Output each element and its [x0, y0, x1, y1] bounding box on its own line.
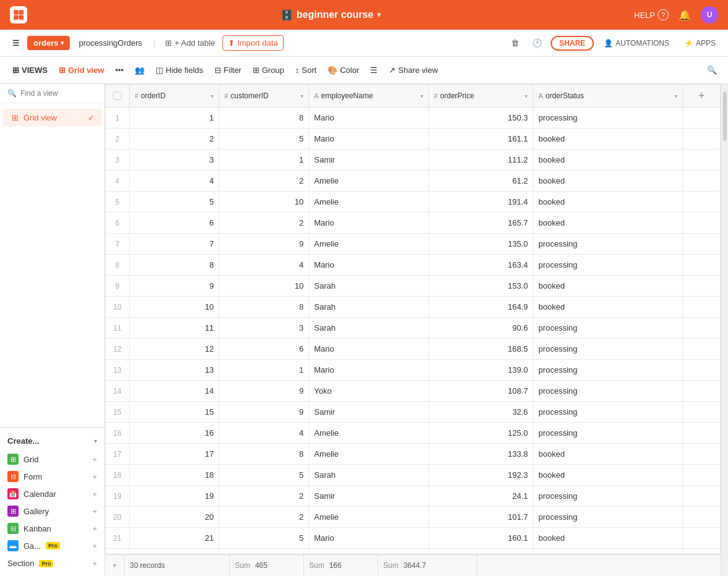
cell-orderprice-13[interactable]: 139.0 — [428, 360, 533, 381]
cell-orderstatus-15[interactable]: processing — [533, 402, 683, 423]
cell-customerid-19[interactable]: 2 — [219, 486, 308, 507]
cell-orderstatus-9[interactable]: booked — [533, 276, 683, 297]
cell-orderprice-11[interactable]: 90.6 — [428, 318, 533, 339]
row-checkbox-8[interactable]: 8 — [106, 255, 130, 276]
cell-orderstatus-8[interactable]: processing — [533, 255, 683, 276]
cell-orderstatus-11[interactable]: processing — [533, 318, 683, 339]
search-button[interactable]: 🔍 — [703, 62, 721, 79]
hide-fields-button[interactable]: ◫ Hide fields — [151, 62, 208, 78]
cell-customerid-3[interactable]: 1 — [219, 150, 308, 171]
more-options-button[interactable]: ••• — [110, 62, 129, 78]
cell-orderid-4[interactable]: 4 — [129, 171, 219, 192]
tab-processing-orders[interactable]: processingOrders — [72, 36, 148, 50]
cell-orderid-5[interactable]: 5 — [129, 192, 219, 213]
add-column-icon[interactable]: + — [698, 90, 705, 103]
row-checkbox-16[interactable]: 16 — [106, 423, 130, 444]
row-checkbox-19[interactable]: 19 — [106, 486, 130, 507]
cell-orderid-13[interactable]: 13 — [129, 360, 219, 381]
cell-orderid-3[interactable]: 3 — [129, 150, 219, 171]
cell-orderstatus-7[interactable]: processing — [533, 234, 683, 255]
filter-button[interactable]: ⊟ Filter — [210, 62, 247, 78]
row-checkbox-13[interactable]: 13 — [106, 360, 130, 381]
create-form-button[interactable]: ⊟ Form + — [0, 468, 104, 485]
employeename-sort-icon[interactable]: ▾ — [420, 93, 423, 100]
cell-orderprice-15[interactable]: 32.6 — [428, 402, 533, 423]
row-checkbox-9[interactable]: 9 — [106, 276, 130, 297]
cell-employeename-10[interactable]: Sarah — [309, 297, 429, 318]
cell-orderid-11[interactable]: 11 — [129, 318, 219, 339]
cell-employeename-3[interactable]: Samir — [309, 150, 429, 171]
trash-button[interactable]: 🗑 — [506, 35, 523, 52]
row-checkbox-12[interactable]: 12 — [106, 339, 130, 360]
cell-customerid-17[interactable]: 8 — [219, 444, 308, 465]
cell-orderid-6[interactable]: 6 — [129, 213, 219, 234]
cell-orderstatus-10[interactable]: booked — [533, 297, 683, 318]
color-button[interactable]: 🎨 Color — [323, 62, 364, 78]
row-checkbox-11[interactable]: 11 — [106, 318, 130, 339]
cell-orderprice-4[interactable]: 61.2 — [428, 171, 533, 192]
cell-customerid-14[interactable]: 9 — [219, 381, 308, 402]
cell-employeename-8[interactable]: Mario — [309, 255, 429, 276]
cell-orderprice-8[interactable]: 163.4 — [428, 255, 533, 276]
cell-employeename-4[interactable]: Amelie — [309, 171, 429, 192]
cell-orderprice-3[interactable]: 111.2 — [428, 150, 533, 171]
cell-orderid-17[interactable]: 17 — [129, 444, 219, 465]
import-data-button[interactable]: ⬆ Import data — [222, 35, 284, 51]
row-checkbox-14[interactable]: 14 — [106, 381, 130, 402]
create-gantt-button[interactable]: ▬ Ga... Pro + — [0, 537, 104, 554]
cell-orderprice-2[interactable]: 161.1 — [428, 129, 533, 150]
cell-orderid-8[interactable]: 8 — [129, 255, 219, 276]
row-checkbox-2[interactable]: 2 — [106, 129, 130, 150]
row-checkbox-10[interactable]: 10 — [106, 297, 130, 318]
cell-employeename-18[interactable]: Sarah — [309, 465, 429, 486]
cell-orderstatus-2[interactable]: booked — [533, 129, 683, 150]
cell-orderstatus-12[interactable]: processing — [533, 339, 683, 360]
cell-orderid-19[interactable]: 19 — [129, 486, 219, 507]
cell-orderstatus-21[interactable]: booked — [533, 528, 683, 549]
header-checkbox[interactable] — [106, 85, 130, 108]
row-checkbox-3[interactable]: 3 — [106, 150, 130, 171]
cell-customerid-16[interactable]: 4 — [219, 423, 308, 444]
cell-employeename-7[interactable]: Amelie — [309, 234, 429, 255]
cell-customerid-4[interactable]: 2 — [219, 171, 308, 192]
cell-orderid-2[interactable]: 2 — [129, 129, 219, 150]
header-customerid[interactable]: # customerID ▾ — [219, 85, 308, 108]
cell-customerid-11[interactable]: 3 — [219, 318, 308, 339]
create-grid-button[interactable]: ⊞ Grid + — [0, 451, 104, 468]
cell-orderid-1[interactable]: 1 — [129, 108, 219, 129]
apps-button[interactable]: ⚡ APPS — [679, 36, 721, 50]
cell-customerid-12[interactable]: 6 — [219, 339, 308, 360]
avatar[interactable]: U — [701, 6, 718, 23]
cell-employeename-13[interactable]: Mario — [309, 360, 429, 381]
row-checkbox-1[interactable]: 1 — [106, 108, 130, 129]
cell-orderprice-10[interactable]: 164.9 — [428, 297, 533, 318]
cell-orderstatus-20[interactable]: processing — [533, 507, 683, 528]
row-checkbox-17[interactable]: 17 — [106, 444, 130, 465]
group-button[interactable]: ⊞ Group — [248, 62, 289, 78]
cell-orderstatus-16[interactable]: processing — [533, 423, 683, 444]
cell-employeename-11[interactable]: Sarah — [309, 318, 429, 339]
cell-employeename-21[interactable]: Mario — [309, 528, 429, 549]
cell-customerid-21[interactable]: 5 — [219, 528, 308, 549]
row-checkbox-18[interactable]: 18 — [106, 465, 130, 486]
cell-orderprice-18[interactable]: 192.3 — [428, 465, 533, 486]
row-checkbox-7[interactable]: 7 — [106, 234, 130, 255]
header-orderid[interactable]: # orderID ▾ — [129, 85, 219, 108]
cell-employeename-9[interactable]: Sarah — [309, 276, 429, 297]
views-button[interactable]: ⊞ VIEWS — [7, 62, 53, 78]
cell-customerid-13[interactable]: 1 — [219, 360, 308, 381]
tab-orders[interactable]: orders ▾ — [27, 36, 70, 50]
cell-orderprice-19[interactable]: 24.1 — [428, 486, 533, 507]
cell-customerid-18[interactable]: 5 — [219, 465, 308, 486]
create-kanban-button[interactable]: ⊟ Kanban + — [0, 520, 104, 537]
cell-customerid-6[interactable]: 2 — [219, 213, 308, 234]
cell-orderprice-17[interactable]: 133.8 — [428, 444, 533, 465]
cell-orderprice-1[interactable]: 150.3 — [428, 108, 533, 129]
hamburger-menu-button[interactable]: ☰ — [7, 35, 25, 52]
orderstatus-sort-icon[interactable]: ▾ — [674, 93, 677, 100]
cell-orderprice-7[interactable]: 135.0 — [428, 234, 533, 255]
cell-employeename-6[interactable]: Mario — [309, 213, 429, 234]
cell-employeename-19[interactable]: Samir — [309, 486, 429, 507]
cell-orderid-9[interactable]: 9 — [129, 276, 219, 297]
cell-orderid-18[interactable]: 18 — [129, 465, 219, 486]
